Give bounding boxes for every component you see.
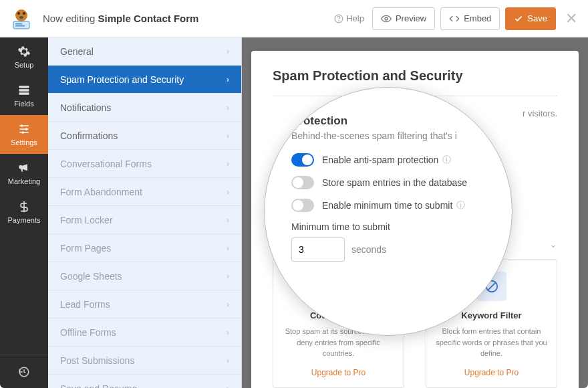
upgrade-link[interactable]: Upgrade to Pro [464, 368, 519, 377]
app-logo [9, 7, 33, 31]
menu-label: Spam Protection and Security [60, 74, 184, 85]
help-icon[interactable]: ⓘ [442, 154, 451, 166]
preview-button[interactable]: Preview [372, 7, 435, 30]
toggle-label: Enable anti-spam protection [322, 155, 438, 165]
antispam-toggle[interactable] [291, 153, 314, 167]
nav-label: Fields [14, 100, 33, 108]
editing-prefix: Now editing [43, 13, 95, 24]
toggle-label: Store spam entries in the database [322, 177, 467, 188]
mintime-field-row: seconds [291, 237, 485, 262]
menu-label: Post Submissions [60, 355, 134, 366]
store-row: Store spam entries in the database [291, 176, 485, 189]
svg-rect-4 [13, 21, 29, 29]
topbar: Now editing Simple Contact Form Help Pre… [0, 0, 588, 37]
menu-item[interactable]: Offline Forms› [48, 318, 241, 347]
menu-item[interactable]: Form Pages› [48, 234, 241, 262]
preview-label: Preview [396, 13, 426, 23]
nav-settings[interactable]: Settings [0, 115, 48, 154]
menu-item[interactable]: Notifications› [48, 94, 241, 122]
panel-title: Spam Protection and Security [273, 68, 557, 84]
embed-label: Embed [464, 13, 491, 23]
history-icon [18, 366, 30, 378]
svg-point-9 [385, 17, 388, 20]
antispam-row: Enable anti-spam protection ⓘ [291, 153, 485, 167]
nav-payments[interactable]: Payments [0, 193, 48, 231]
embed-icon [449, 13, 460, 24]
nav-fields[interactable]: Fields [0, 76, 48, 115]
mintime-unit: seconds [351, 244, 386, 255]
nav-label: Payments [8, 216, 41, 224]
menu-item[interactable]: Conversational Forms› [48, 150, 241, 178]
embed-button[interactable]: Embed [440, 7, 500, 30]
menu-item[interactable]: General› [48, 37, 241, 66]
menu-label: Save and Resume [60, 383, 137, 389]
menu-label: Form Locker [60, 215, 113, 225]
menu-item[interactable]: Save and Resume› [48, 375, 241, 388]
chevron-right-icon: › [227, 272, 229, 281]
svg-point-18 [22, 131, 24, 133]
mintime-input[interactable] [291, 237, 345, 262]
chevron-right-icon: › [227, 244, 229, 253]
form-name: Simple Contact Form [98, 13, 199, 24]
nav-label: Setup [15, 61, 34, 69]
mintime-toggle[interactable] [291, 199, 314, 212]
svg-rect-10 [19, 86, 29, 88]
menu-label: Notifications [60, 102, 111, 113]
save-button[interactable]: Save [505, 7, 556, 30]
close-icon[interactable]: ✕ [564, 10, 579, 27]
menu-label: Confirmations [60, 130, 118, 141]
menu-label: Google Sheets [60, 271, 122, 282]
svg-point-16 [25, 128, 27, 130]
magnifier-lens: Protection Behind-the-scenes spam filter… [264, 87, 512, 336]
gear-icon [17, 45, 31, 58]
chevron-right-icon: › [227, 215, 229, 225]
menu-item[interactable]: Confirmations› [48, 122, 241, 150]
eye-icon [381, 13, 392, 24]
menu-item[interactable]: Form Locker› [48, 206, 241, 234]
help-label: Help [346, 13, 364, 23]
chevron-right-icon: › [227, 300, 229, 309]
fields-icon [17, 84, 31, 97]
chevron-down-icon[interactable]: ⌄ [549, 239, 557, 250]
menu-item[interactable]: Post Submissions› [48, 347, 241, 375]
mintime-row: Enable minimum time to submit ⓘ [291, 199, 485, 212]
help-icon[interactable]: ⓘ [456, 199, 465, 211]
svg-point-0 [15, 9, 27, 21]
svg-rect-11 [19, 89, 29, 91]
settings-menu: General›Spam Protection and Security›Not… [48, 37, 242, 388]
chevron-right-icon: › [227, 159, 229, 169]
store-toggle[interactable] [291, 176, 314, 189]
svg-rect-5 [15, 23, 22, 25]
menu-label: Lead Forms [60, 299, 110, 310]
chevron-right-icon: › [227, 75, 229, 84]
menu-item[interactable]: Lead Forms› [48, 290, 241, 318]
menu-item[interactable]: Form Abandonment› [48, 178, 241, 206]
chevron-right-icon: › [227, 131, 229, 140]
svg-point-2 [23, 12, 25, 15]
intro-text: r visitors. [523, 108, 557, 118]
nav-marketing[interactable]: Marketing [0, 154, 48, 193]
menu-item[interactable]: Google Sheets› [48, 262, 241, 290]
help-link[interactable]: Help [334, 13, 364, 23]
svg-point-3 [19, 16, 23, 19]
menu-label: Form Pages [60, 243, 111, 254]
chevron-right-icon: › [227, 103, 229, 112]
card-desc: Block form entries that contain specific… [436, 326, 547, 359]
menu-item[interactable]: Spam Protection and Security› [48, 66, 241, 94]
editing-label: Now editing Simple Contact Form [43, 13, 198, 24]
menu-label: Offline Forms [60, 327, 116, 338]
check-icon [514, 14, 523, 23]
toggle-label: Enable minimum time to submit [322, 200, 452, 211]
svg-rect-6 [15, 25, 25, 27]
megaphone-icon [17, 161, 31, 175]
nav-history[interactable] [0, 355, 48, 388]
upgrade-link[interactable]: Upgrade to Pro [311, 368, 365, 377]
svg-point-1 [17, 12, 20, 15]
svg-point-14 [21, 124, 23, 126]
chevron-right-icon: › [227, 384, 229, 389]
chevron-right-icon: › [227, 356, 229, 365]
nav-setup[interactable]: Setup [0, 37, 48, 76]
svg-point-8 [339, 20, 339, 21]
nav-label: Settings [11, 138, 37, 147]
left-nav: Setup Fields Settings Marketing Payments [0, 37, 48, 388]
